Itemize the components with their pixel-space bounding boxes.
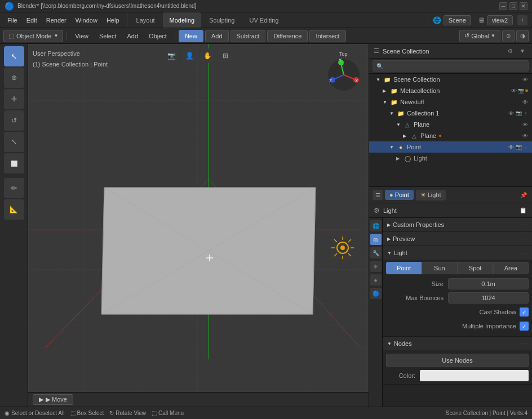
- filter-icon[interactable]: ⚙: [505, 46, 515, 56]
- move-tool[interactable]: ✛: [4, 89, 24, 109]
- cast-shadow-checkbox[interactable]: ✓: [520, 307, 529, 317]
- statusbar-select: ◉ Select or Deselect All: [5, 410, 65, 416]
- props-tab-world[interactable]: 🔵: [370, 288, 382, 299]
- data-copy-icon[interactable]: 📋: [518, 206, 527, 215]
- btn-add[interactable]: Add: [205, 30, 229, 42]
- person-icon[interactable]: 👤: [182, 48, 197, 63]
- tab-uv-editing[interactable]: UV Editing: [242, 12, 285, 28]
- scale-tool[interactable]: ⤡: [4, 132, 24, 152]
- custom-properties-header[interactable]: ▶ Custom Properties ⋯: [383, 218, 532, 231]
- outliner-title: Scene Collection: [383, 48, 429, 55]
- nodes-section-header[interactable]: ▼ Nodes ⋯: [383, 337, 532, 350]
- props-tab-modifier[interactable]: 🔧: [370, 247, 382, 258]
- props-tab-data[interactable]: ☀: [370, 261, 382, 272]
- preview-header[interactable]: ▶ Preview ⋯: [383, 232, 532, 246]
- light-section-header[interactable]: ▼ Light ⋯: [383, 246, 532, 260]
- tree-arrow-meta: ▶: [383, 88, 389, 93]
- props-tab-scene[interactable]: 🌐: [370, 220, 382, 231]
- custom-props-label: Custom Properties: [393, 221, 444, 228]
- select-menu-btn[interactable]: Select: [95, 31, 121, 41]
- cursor-tool[interactable]: ⊕: [4, 68, 24, 88]
- use-nodes-button[interactable]: Use Nodes: [386, 354, 529, 367]
- color-swatch[interactable]: [420, 370, 529, 381]
- tab-sculpting[interactable]: Sculpting: [202, 12, 241, 28]
- tree-item-plane2[interactable]: ▶ △ Plane ● 👁: [369, 130, 532, 141]
- btn-subtract[interactable]: Subtract: [230, 30, 266, 42]
- visibility-eye-plane2[interactable]: 👁: [522, 133, 528, 139]
- select-tool[interactable]: ↖: [4, 46, 24, 66]
- visibility-eye-plane1[interactable]: 👁: [522, 122, 528, 128]
- rotate-tool[interactable]: ↺: [4, 110, 24, 131]
- toolbar-separator-1: [66, 31, 67, 41]
- scene-label[interactable]: Scene: [444, 15, 471, 25]
- props-tab-material[interactable]: ●: [370, 274, 382, 286]
- menu-render[interactable]: Render: [42, 15, 70, 25]
- light-section-arrow: ▼: [387, 251, 392, 256]
- props-light-tab[interactable]: ☀ Light: [416, 190, 446, 200]
- props-tab-object[interactable]: ◎: [370, 234, 382, 245]
- tree-item-plane1[interactable]: ▼ △ Plane 👁: [369, 119, 532, 130]
- more-icon[interactable]: +: [517, 15, 527, 25]
- measure-tool[interactable]: 📐: [4, 199, 24, 220]
- call-menu-icon: ⬚: [152, 410, 157, 416]
- tab-modeling[interactable]: Modeling: [163, 12, 202, 28]
- move-button[interactable]: ▶ ▶ Move: [33, 394, 73, 405]
- maximize-button[interactable]: □: [509, 2, 517, 10]
- size-value[interactable]: 0.1m: [448, 278, 529, 289]
- mode-selector[interactable]: ⬚ Object Mode ▼: [3, 30, 63, 42]
- tree-item-light[interactable]: ▶ ◯ Light: [369, 153, 532, 164]
- svg-point-18: [340, 246, 345, 250]
- orient-selector[interactable]: ↺ Global ▼: [459, 30, 500, 42]
- view-icon2[interactable]: ⊞: [218, 48, 233, 63]
- menu-help[interactable]: Help: [103, 15, 123, 25]
- annotate-tool[interactable]: ✏: [4, 178, 24, 198]
- props-menu-icon[interactable]: ☰: [373, 190, 383, 200]
- light-type-spot[interactable]: Spot: [458, 262, 493, 274]
- light-type-sun[interactable]: Sun: [422, 262, 457, 274]
- search-input[interactable]: 🔍: [373, 60, 529, 72]
- visibility-eye-meta[interactable]: 👁 📷 ■: [511, 88, 528, 94]
- tree-item-scene-collection[interactable]: ▼ 📁 Scene Collection 👁: [369, 74, 532, 85]
- visibility-eye-point[interactable]: 👁: [508, 144, 514, 150]
- props-object-tab[interactable]: ● Point: [385, 190, 414, 200]
- btn-difference[interactable]: Difference: [267, 30, 308, 42]
- tree-item-newstuff[interactable]: ▼ 📁 Newstuff 👁: [369, 96, 532, 108]
- tree-item-metacollection[interactable]: ▶ 📁 Metacollection 👁 📷 ■: [369, 85, 532, 96]
- visibility-eye-col1[interactable]: 👁: [508, 110, 514, 117]
- camera-icon[interactable]: 📷: [164, 48, 179, 63]
- nodes-content: Use Nodes Color:: [383, 350, 532, 384]
- close-button[interactable]: ✕: [520, 2, 527, 10]
- add-menu-btn[interactable]: Add: [123, 31, 143, 41]
- light-type-area[interactable]: Area: [493, 262, 529, 274]
- visibility-eye-newstuff[interactable]: 👁: [522, 99, 528, 105]
- object-menu-btn[interactable]: Object: [144, 31, 171, 41]
- menu-window[interactable]: Window: [72, 15, 101, 25]
- camera-vis-col1: 📷: [516, 110, 522, 116]
- multiple-importance-checkbox[interactable]: ✓: [520, 322, 529, 331]
- props-pin-icon[interactable]: 📌: [518, 190, 529, 200]
- menu-file[interactable]: File: [3, 15, 21, 25]
- minimize-button[interactable]: ─: [499, 2, 507, 10]
- left-sidebar: ↖ ⊕ ✛ ↺ ⤡ ⬜ ✏ 📐: [0, 44, 28, 407]
- view-menu-btn[interactable]: View: [70, 31, 93, 41]
- outliner-settings-icon[interactable]: ▼: [517, 46, 527, 56]
- tree-item-point[interactable]: ▼ ● Point 👁 📷 ⋮: [369, 141, 532, 153]
- max-bounces-value[interactable]: 1024: [448, 292, 529, 304]
- overlay-btn[interactable]: ⊙: [502, 30, 515, 42]
- statusbar-call-menu: ⬚ Call Menu: [152, 410, 184, 416]
- shading-btn[interactable]: ◑: [516, 30, 529, 42]
- tree-item-collection1[interactable]: ▼ 📁 Collection 1 👁 📷 ⋮: [369, 108, 532, 119]
- viewport[interactable]: X Y Z Top User Perspective (1) Scene Col…: [28, 44, 369, 407]
- view-label[interactable]: view2: [487, 15, 513, 25]
- visibility-eye-scene[interactable]: 👁: [522, 77, 528, 83]
- menu-edit[interactable]: Edit: [23, 15, 41, 25]
- color-row: Color:: [386, 369, 529, 382]
- transform-tool[interactable]: ⬜: [4, 153, 24, 173]
- hand-icon[interactable]: ✋: [200, 48, 215, 63]
- btn-intersect[interactable]: Intersect: [309, 30, 345, 42]
- btn-new[interactable]: New: [179, 30, 203, 42]
- light-type-point[interactable]: Point: [386, 262, 422, 274]
- outliner-list-icon: ☰: [374, 47, 379, 55]
- plane2-label: Plane: [420, 132, 436, 139]
- tab-layout[interactable]: Layout: [130, 12, 162, 28]
